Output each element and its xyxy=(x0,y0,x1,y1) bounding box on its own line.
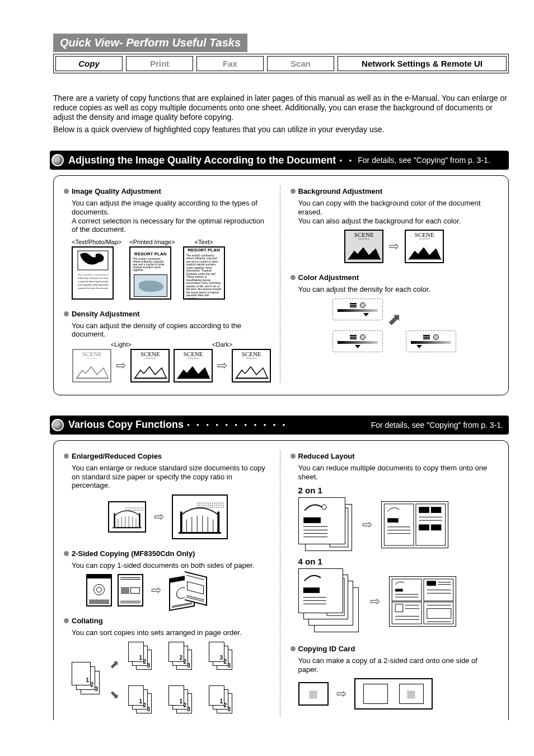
page-title-bar: Quick View- Perform Useful Tasks xyxy=(53,34,247,52)
rgb-sliders-after xyxy=(406,330,456,352)
section-1-content: Image Quality Adjustment You can adjust … xyxy=(53,175,509,395)
resort-label-2: RESORT PLAN xyxy=(188,248,219,253)
iq-body: You can adjust the image quality accordi… xyxy=(72,199,272,234)
four-on-one-result xyxy=(389,576,456,627)
bg-body: You can copy with the background color o… xyxy=(298,199,499,225)
svg-text:The world's continents: The world's continents xyxy=(78,273,108,276)
bg-heading: Background Adjustment xyxy=(291,187,499,195)
collate-row-123: 321 322 323 xyxy=(128,642,238,673)
density-body: You can adjust the density of copies acc… xyxy=(72,321,272,339)
svg-rect-50 xyxy=(387,518,399,522)
id-card-icon: ▦ xyxy=(298,682,329,706)
density-heading: Density Adjustment xyxy=(64,310,272,318)
resort-label: RESORT PLAN xyxy=(134,251,166,256)
thumb-text: RESORT PLAN The world's continents, wher… xyxy=(183,246,225,300)
section-2-detail: For details, see "Copying" from p. 3-1. xyxy=(371,421,503,430)
scene-bg-before: SCENE∼∼∼∼ xyxy=(344,230,383,263)
rgb-sliders-start xyxy=(332,330,383,352)
section-2-title: Various Copy Functions xyxy=(68,419,184,431)
two-on-one-result xyxy=(381,501,448,548)
scene-light-after: SCENE∼∼∼∼ xyxy=(130,349,170,382)
svg-rect-76 xyxy=(303,587,319,593)
arrow-icon: ⇨ xyxy=(387,239,401,254)
svg-point-42 xyxy=(322,505,326,509)
bullet-icon xyxy=(51,419,64,431)
color-heading: Color Adjustment xyxy=(291,273,499,282)
section-1-detail: For details, see "Copying" from p. 3-1. xyxy=(358,156,490,165)
color-body: You can adjust the density for each colo… xyxy=(298,285,499,294)
svg-rect-43 xyxy=(303,517,321,523)
tab-network[interactable]: Network Settings & Remote UI xyxy=(338,56,507,71)
svg-rect-84 xyxy=(395,589,403,592)
thumb-printed-image: RESORT PLAN The world's continents, wher… xyxy=(129,246,171,300)
tab-strip: Copy Print Fax Scan Network Settings & R… xyxy=(53,54,509,73)
scene-light-before: SCENE∼∼∼∼ xyxy=(72,349,111,382)
four-on-one-source xyxy=(298,568,361,634)
tab-copy[interactable]: Copy xyxy=(55,56,123,71)
svg-rect-58 xyxy=(419,525,429,530)
arrow-icon: ⇨ xyxy=(114,358,128,373)
arrow-icon: ⇨ xyxy=(368,594,382,609)
svg-text:reveals the land, this elusive: reveals the land, this elusive xyxy=(78,287,109,290)
bullet-icon xyxy=(51,154,64,166)
reduced-heading: Reduced Layout xyxy=(291,452,499,460)
reduced-body: You can reduce multiple documents to cop… xyxy=(298,464,499,481)
intro-paragraph-1: There are a variety of copy functions th… xyxy=(53,94,509,122)
arrow-icon: ⇨ xyxy=(334,687,349,701)
iq-heading: Image Quality Adjustment xyxy=(64,187,272,195)
scene-dark-after: SCENE∼∼∼∼ xyxy=(232,349,271,382)
dots-icon: ● ● xyxy=(336,158,358,163)
collate-source: 3 2 1 xyxy=(72,662,101,697)
svg-rect-54 xyxy=(419,507,429,513)
arrow-icon: ⬈ xyxy=(110,657,119,671)
tab-scan[interactable]: Scan xyxy=(267,56,334,71)
collate-row-111: 321 321 321 xyxy=(128,685,238,717)
arrow-icon: ⇨ xyxy=(149,583,163,598)
section-2-content: Enlarged/Reduced Copies You can enlarge … xyxy=(53,440,509,720)
svg-rect-55 xyxy=(431,507,441,513)
building-large-icon xyxy=(172,494,228,539)
id-body: You can make a copy of a 2-sided card on… xyxy=(298,656,499,674)
tab-fax[interactable]: Fax xyxy=(196,56,264,71)
two-sided-heading: 2-Sided Copying (MF8350Cdn Only) xyxy=(64,549,272,558)
svg-rect-59 xyxy=(431,525,441,530)
thumb-caption-1: <Text/Photo/Map> xyxy=(72,239,121,245)
arrow-icon: ⬊ xyxy=(110,688,119,701)
svg-rect-98 xyxy=(427,609,451,619)
id-result-icon: ▦ xyxy=(354,678,433,710)
arrow-icon: ⬈ xyxy=(387,309,401,329)
four-on-one-label: 4 on 1 xyxy=(298,557,499,566)
thumb-text-photo-map: The world's continentsbrilliantly colour… xyxy=(72,246,114,300)
two-sided-result-icon xyxy=(169,573,210,608)
doc-front-icon xyxy=(86,574,112,606)
dark-caption: <Dark> xyxy=(173,341,272,348)
rgb-sliders-before xyxy=(332,298,383,320)
enlarge-heading: Enlarged/Reduced Copies xyxy=(64,452,272,460)
building-small-icon xyxy=(108,501,146,533)
scene-bg-after: SCENE∼∼∼∼ xyxy=(405,230,444,263)
two-on-one-source xyxy=(298,497,353,552)
two-sided-body: You can copy 1-sided documents on both s… xyxy=(72,561,272,570)
section-1-banner: Adjusting the Image Quality According to… xyxy=(50,151,509,170)
section-2-banner: Various Copy Functions ● ● ● ● ● ● ● ● ●… xyxy=(50,416,509,435)
section-1-title: Adjusting the Image Quality According to… xyxy=(68,155,336,166)
two-on-one-label: 2 on 1 xyxy=(298,486,499,495)
resort-photo-icon xyxy=(134,274,167,297)
svg-text:brilliantly coloured sea and: brilliantly coloured sea and xyxy=(78,277,108,279)
dots-icon: ● ● ● ● ● ● ● ● ● ● ● xyxy=(184,422,371,427)
svg-rect-87 xyxy=(427,581,435,586)
arrow-icon: ⇨ xyxy=(360,517,374,532)
svg-text:a myriad of other tropical nat: a myriad of other tropical natural xyxy=(78,280,108,283)
id-heading: Copying ID Card xyxy=(291,645,499,653)
arrow-icon: ⇨ xyxy=(152,510,166,524)
svg-rect-92 xyxy=(395,604,403,612)
tab-print[interactable]: Print xyxy=(126,56,193,71)
arrow-icon: ⇨ xyxy=(215,358,229,373)
svg-text:come together, richly nickname: come together, richly nicknamed xyxy=(78,283,108,286)
collate-heading: Collating xyxy=(64,617,272,625)
light-caption: <Light> xyxy=(72,341,171,348)
collate-body: You can sort copies into sets arranged i… xyxy=(72,628,272,637)
enlarge-body: You can enlarge or reduce standard size … xyxy=(72,464,272,490)
thumb-caption-3: <Text> xyxy=(183,239,225,245)
intro-paragraph-2: Below is a quick overview of highlighted… xyxy=(53,125,509,134)
